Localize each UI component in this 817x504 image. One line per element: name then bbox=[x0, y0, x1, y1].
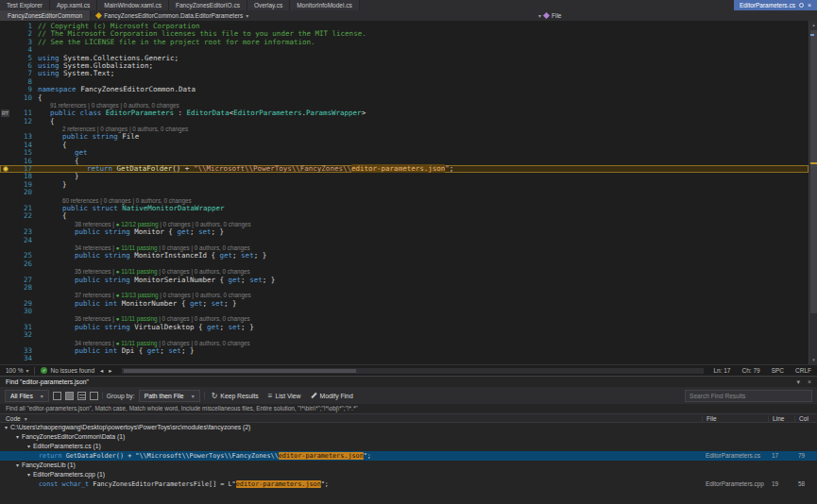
code-line[interactable]: 28 bbox=[0, 284, 808, 292]
type-dropdown[interactable]: FancyZonesEditorCommon.Data.EditorParame… bbox=[91, 10, 254, 21]
glyph-margin[interactable] bbox=[0, 62, 13, 70]
glyph-margin[interactable] bbox=[0, 46, 13, 54]
scrollbar-down-icon[interactable]: ▾ bbox=[809, 356, 817, 364]
code-line[interactable]: 19} bbox=[0, 181, 808, 189]
code-line[interactable]: 30 bbox=[0, 308, 808, 315]
glyph-margin[interactable] bbox=[0, 173, 13, 180]
code-line[interactable]: 34 bbox=[0, 355, 808, 362]
find-tree-node[interactable]: ▾FancyZonesEditorCommon\Data (1) bbox=[0, 432, 817, 442]
active-file-tab[interactable]: EditorParameters.cs × bbox=[734, 0, 817, 10]
code-line[interactable]: 18} bbox=[0, 173, 808, 180]
code-line[interactable]: 29public int MonitorNumber { get; set; } bbox=[0, 300, 808, 308]
column-file[interactable]: File bbox=[702, 415, 768, 422]
code-line[interactable]: 33public int Dpi { get; set; } bbox=[0, 347, 808, 355]
find-result-row[interactable]: const wchar_t FancyZonesEditorParameters… bbox=[0, 479, 817, 489]
glyph-margin[interactable] bbox=[0, 260, 13, 268]
editor-tab[interactable]: MainWindow.xaml.cs bbox=[97, 0, 169, 10]
find-result-row[interactable]: return GetDataFolder() + "\\Microsoft\\P… bbox=[0, 451, 817, 461]
eol-indicator[interactable]: CRLF bbox=[795, 367, 811, 374]
chevron-down-icon[interactable]: ▾ bbox=[796, 378, 800, 386]
pin-icon[interactable] bbox=[799, 3, 804, 8]
glyph-margin[interactable] bbox=[0, 55, 13, 62]
glyph-margin[interactable] bbox=[0, 94, 13, 102]
clear-results-icon[interactable] bbox=[90, 392, 98, 400]
glyph-margin[interactable] bbox=[0, 70, 13, 77]
glyph-margin[interactable] bbox=[0, 355, 13, 362]
code-line[interactable]: 23public string Monitor { get; set; } bbox=[0, 228, 808, 236]
glyph-margin[interactable] bbox=[0, 347, 13, 355]
glyph-margin[interactable] bbox=[0, 308, 13, 315]
glyph-margin[interactable] bbox=[0, 252, 13, 260]
expander-icon[interactable]: ▾ bbox=[16, 461, 19, 470]
spaces-indicator[interactable]: SPC bbox=[772, 367, 784, 374]
group-by-dropdown[interactable]: Path then File ▾ bbox=[139, 390, 200, 402]
code-line[interactable]: 17return GetDataFolder() + "\\Microsoft\… bbox=[0, 165, 808, 173]
glyph-margin[interactable] bbox=[0, 78, 13, 86]
glyph-margin[interactable] bbox=[0, 284, 13, 292]
code-line[interactable]: 26 bbox=[0, 260, 808, 268]
code-line[interactable]: 15get bbox=[0, 149, 808, 157]
open-file-icon[interactable] bbox=[53, 392, 61, 400]
find-tree-node[interactable]: ▾C:\Users\zhaopengwang\Desktop\powertoys… bbox=[0, 423, 817, 432]
scope-dropdown[interactable]: All Files ▾ bbox=[5, 390, 49, 402]
editor-tab[interactable]: MonitorInfoModel.cs bbox=[290, 0, 360, 10]
editor-horizontal-scrollbar[interactable] bbox=[122, 368, 705, 374]
keep-results-button[interactable]: ↻ Keep Results bbox=[209, 390, 262, 402]
glyph-margin[interactable]: RT bbox=[0, 109, 13, 117]
glyph-margin[interactable] bbox=[0, 165, 13, 173]
glyph-margin[interactable] bbox=[0, 340, 13, 347]
zoom-selector[interactable]: 100 % ▾ bbox=[6, 367, 28, 374]
editor-tab[interactable]: FancyZonesEditorIO.cs bbox=[169, 0, 247, 10]
glyph-margin[interactable] bbox=[0, 315, 13, 323]
code-line[interactable]: 27public string MonitorSerialNumber { ge… bbox=[0, 277, 808, 284]
search-find-results-input[interactable] bbox=[686, 393, 811, 399]
find-panel-titlebar[interactable]: Find "editor-parameters.json" ▾ × bbox=[0, 377, 817, 387]
nav-forward-icon[interactable]: ▸ bbox=[109, 367, 111, 375]
expander-icon[interactable]: ▾ bbox=[27, 470, 30, 479]
code-editor[interactable]: 1// Copyright (c) Microsoft Corporation2… bbox=[0, 21, 817, 364]
code-line[interactable]: 6using System.Globalization; bbox=[0, 62, 808, 70]
glyph-margin[interactable] bbox=[0, 324, 13, 331]
glyph-margin[interactable] bbox=[0, 292, 13, 299]
preview-icon[interactable] bbox=[65, 392, 74, 400]
glyph-margin[interactable] bbox=[0, 142, 13, 149]
glyph-margin[interactable] bbox=[0, 221, 13, 228]
glyph-margin[interactable] bbox=[0, 30, 13, 38]
find-tree-node[interactable]: ▾EditorParameters.cs (1) bbox=[0, 442, 817, 451]
glyph-margin[interactable] bbox=[0, 331, 13, 339]
glyph-margin[interactable] bbox=[0, 268, 13, 276]
glyph-margin[interactable] bbox=[0, 149, 13, 157]
column-code[interactable]: Code ▾ bbox=[0, 415, 702, 422]
glyph-margin[interactable] bbox=[0, 23, 13, 30]
glyph-margin[interactable] bbox=[0, 197, 13, 205]
glyph-margin[interactable] bbox=[0, 228, 13, 236]
modify-find-button[interactable]: Modify Find bbox=[308, 390, 356, 402]
scrollbar-thumb[interactable] bbox=[810, 30, 817, 313]
expander-icon[interactable]: ▾ bbox=[27, 442, 30, 451]
lightbulb-icon[interactable] bbox=[3, 166, 9, 172]
glyph-margin[interactable] bbox=[0, 205, 13, 212]
glyph-margin[interactable] bbox=[0, 277, 13, 284]
editor-tab[interactable]: Test Explorer bbox=[0, 0, 50, 10]
code-line[interactable]: 20 bbox=[0, 189, 808, 196]
code-line[interactable]: 31public string VirtualDesktop { get; se… bbox=[0, 324, 808, 331]
close-icon[interactable]: × bbox=[808, 0, 811, 10]
code-line[interactable]: 12{ bbox=[0, 118, 808, 126]
search-find-results-box[interactable] bbox=[685, 390, 812, 402]
code-line[interactable]: 32 bbox=[0, 331, 808, 339]
member-dropdown[interactable]: ▾ File bbox=[538, 10, 562, 21]
code-line[interactable]: RT11public class EditorParameters : Edit… bbox=[0, 109, 808, 117]
glyph-margin[interactable] bbox=[0, 300, 13, 308]
code-line[interactable]: 3// See the LICENSE file in the project … bbox=[0, 39, 808, 46]
glyph-margin[interactable] bbox=[0, 126, 13, 133]
glyph-margin[interactable] bbox=[0, 189, 13, 196]
code-line[interactable]: 24 bbox=[0, 237, 808, 244]
scrollbar-up-icon[interactable]: ▴ bbox=[809, 21, 817, 29]
code-line[interactable]: 10{ bbox=[0, 94, 808, 102]
glyph-margin[interactable] bbox=[0, 133, 13, 141]
column-line[interactable]: Line bbox=[768, 415, 794, 422]
code-line[interactable]: 14{ bbox=[0, 142, 808, 149]
code-line[interactable]: 9namespace FancyZonesEditorCommon.Data bbox=[0, 86, 808, 93]
project-dropdown[interactable]: FancyZonesEditorCommon bbox=[0, 10, 91, 21]
code-line[interactable]: 22{ bbox=[0, 212, 808, 220]
